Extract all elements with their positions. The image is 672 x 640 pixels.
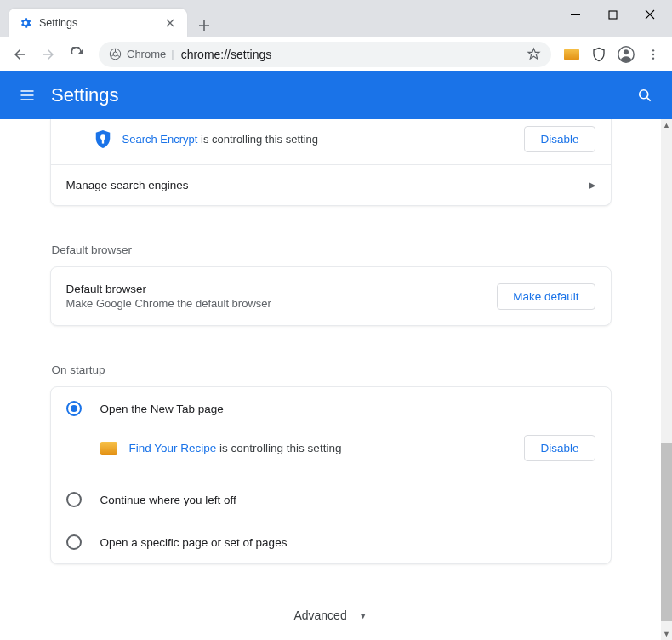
default-browser-label: Default browser xyxy=(66,283,498,295)
advanced-label: Advanced xyxy=(293,609,346,622)
svg-rect-0 xyxy=(609,11,617,19)
page-title: Settings xyxy=(51,84,629,106)
search-button[interactable] xyxy=(629,80,660,111)
extension-folder-icon xyxy=(100,442,117,455)
startup-option-label-1: Continue where you left off xyxy=(100,494,236,506)
omnibox-url: chrome://settings xyxy=(181,48,272,61)
advanced-toggle[interactable]: Advanced ▼ xyxy=(50,600,612,631)
scroll-down-arrow[interactable]: ▼ xyxy=(661,628,672,640)
svg-point-2 xyxy=(113,52,117,56)
section-title-default-browser: Default browser xyxy=(50,223,612,266)
maximize-button[interactable] xyxy=(594,2,631,27)
back-button[interactable] xyxy=(7,42,32,67)
startup-option-continue[interactable]: Continue where you left off xyxy=(51,478,611,521)
browser-menu-button[interactable] xyxy=(641,43,665,66)
startup-option-label-2: Open a specific page or set of pages xyxy=(100,536,288,549)
gear-icon xyxy=(19,16,32,30)
section-title-on-startup: On startup xyxy=(50,343,612,386)
manage-search-engines-label: Manage search engines xyxy=(66,179,189,191)
window-controls xyxy=(556,0,669,27)
extension-link-find-your-recipe[interactable]: Find Your Recipe xyxy=(129,442,217,454)
tab-title: Settings xyxy=(39,17,157,29)
disable-search-extension-button[interactable]: Disable xyxy=(524,126,595,152)
chevron-down-icon: ▼ xyxy=(359,611,367,620)
svg-point-5 xyxy=(652,49,654,51)
startup-option-label-0: Open the New Tab page xyxy=(100,403,224,415)
disable-startup-extension-button[interactable]: Disable xyxy=(524,435,595,461)
search-engine-notice-text: Search Encrypt is controlling this setti… xyxy=(122,133,525,146)
scroll-up-arrow[interactable]: ▲ xyxy=(661,119,672,131)
forward-button[interactable] xyxy=(36,42,61,67)
address-bar[interactable]: Chrome | chrome://settings xyxy=(99,42,551,67)
extension-icon-1[interactable] xyxy=(560,43,584,66)
close-icon[interactable] xyxy=(163,16,177,30)
minimize-button[interactable] xyxy=(556,2,594,27)
scrollbar-track[interactable]: ▲ ▼ xyxy=(661,119,672,640)
site-identity[interactable]: Chrome | xyxy=(109,48,174,60)
extension-shield-icon[interactable] xyxy=(587,43,611,66)
tab-strip: Settings xyxy=(0,0,556,37)
extension-link-search-encrypt[interactable]: Search Encrypt xyxy=(122,133,198,146)
on-startup-card: Open the New Tab page Find Your Recipe i… xyxy=(50,386,612,564)
bookmark-star-icon[interactable] xyxy=(527,47,541,61)
settings-header: Settings xyxy=(0,71,672,119)
chevron-right-icon: ▶ xyxy=(589,180,595,191)
radio-unselected-icon xyxy=(66,534,82,550)
search-engine-card: Search Encrypt is controlling this setti… xyxy=(50,119,612,206)
default-browser-sub: Make Google Chrome the default browser xyxy=(66,297,498,310)
profile-avatar[interactable] xyxy=(614,43,638,66)
content-area: Search Encrypt is controlling this setti… xyxy=(0,119,672,640)
shield-icon xyxy=(94,129,112,150)
svg-point-7 xyxy=(652,57,654,59)
omnibox-host: Chrome xyxy=(127,48,166,60)
svg-point-4 xyxy=(624,49,629,54)
startup-option-specific[interactable]: Open a specific page or set of pages xyxy=(51,521,611,563)
chrome-icon xyxy=(109,48,122,60)
browser-tab-settings[interactable]: Settings xyxy=(9,9,187,37)
menu-button[interactable] xyxy=(12,80,43,111)
window-titlebar: Settings xyxy=(0,0,672,37)
omnibox-separator: | xyxy=(171,48,174,60)
search-engine-notice: Search Encrypt is controlling this setti… xyxy=(51,119,611,165)
radio-selected-icon xyxy=(66,401,82,416)
svg-point-6 xyxy=(652,53,654,54)
make-default-button[interactable]: Make default xyxy=(497,283,595,310)
manage-search-engines-row[interactable]: Manage search engines ▶ xyxy=(51,165,611,205)
close-window-button[interactable] xyxy=(631,2,669,27)
startup-option-new-tab[interactable]: Open the New Tab page xyxy=(51,387,611,430)
default-browser-card: Default browser Make Google Chrome the d… xyxy=(50,266,612,326)
svg-rect-10 xyxy=(101,139,103,144)
browser-toolbar: Chrome | chrome://settings xyxy=(0,37,672,71)
new-tab-button[interactable] xyxy=(192,14,216,37)
startup-extension-notice: Find Your Recipe is controlling this set… xyxy=(51,430,611,478)
default-browser-row: Default browser Make Google Chrome the d… xyxy=(51,267,611,325)
svg-point-8 xyxy=(640,90,648,99)
radio-unselected-icon xyxy=(66,492,82,507)
scrollbar-thumb[interactable] xyxy=(661,443,672,621)
reload-button[interactable] xyxy=(65,42,90,67)
